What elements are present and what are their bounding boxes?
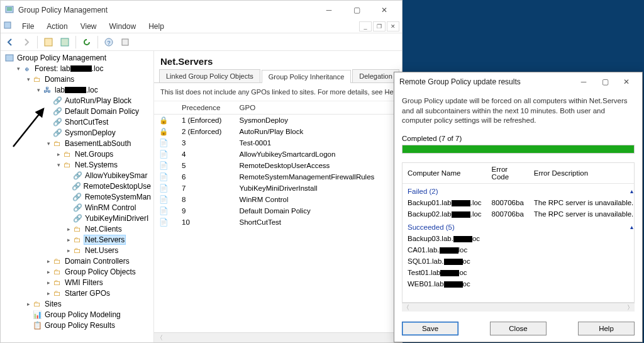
tree-ou[interactable]: ▸🗀Net.Clients (64, 223, 153, 234)
dialog-titlebar[interactable]: Remote Group Policy update results ─ ▢ ✕ (394, 72, 642, 91)
tree-ou[interactable]: ▾🗀Net.Systems (53, 159, 153, 170)
table-row[interactable]: 📄9Default Domain Policy (154, 205, 402, 216)
tree-gpo-link[interactable]: 🔗ShortCutTest (43, 116, 153, 127)
tree-root[interactable]: Group Policy Management (3, 52, 153, 63)
close-button[interactable]: ✕ (370, 1, 398, 19)
results-grid[interactable]: Computer Name Error Code Error Descripti… (402, 162, 635, 303)
table-row[interactable]: 🔒2 (Enforced)AutoRun/Play Block (154, 126, 402, 137)
show-tree-button[interactable] (42, 35, 55, 49)
dialog-maximize-button[interactable]: ▢ (594, 73, 616, 91)
menu-help[interactable]: Help (142, 21, 170, 32)
tab-linked-gpos[interactable]: Linked Group Policy Objects (159, 69, 260, 82)
tree-gpo-link[interactable]: 🔗SysmonDeploy (43, 127, 153, 138)
tree-ou[interactable]: ▸🗀Net.Users (64, 245, 153, 256)
tree-ou-selected[interactable]: ▸🗀Net.Servers (64, 234, 153, 245)
minimize-button[interactable]: ─ (315, 1, 343, 19)
tree-gpo-link[interactable]: 🔗AllowYubikeySmar (64, 170, 153, 181)
close-button[interactable]: Close (490, 322, 547, 335)
help-button[interactable]: ? (102, 35, 116, 49)
result-row[interactable]: SQL01.lab.oc (402, 256, 635, 267)
tree-sites[interactable]: ▸🗀Sites (23, 298, 153, 309)
col-gpo[interactable]: GPO (235, 101, 402, 115)
tree-gpo-link[interactable]: 🔗YubiKeyMiniDriverI (64, 213, 153, 223)
expander-icon[interactable]: ▸ (65, 226, 72, 232)
result-row[interactable]: Backup01.lab.loc800706baThe RPC server i… (402, 197, 635, 208)
horizontal-scrollbar[interactable]: 〈 (154, 332, 402, 342)
results-scrollbar[interactable]: 〈〉 (402, 303, 635, 312)
tree-domain[interactable]: ▾ 🖧 lab.loc (33, 84, 153, 95)
table-row[interactable]: 📄4AllowYubikeySmartcardLogon (154, 149, 402, 160)
menu-file[interactable]: File (16, 21, 40, 32)
menu-window[interactable]: Window (103, 21, 143, 32)
col-precedence[interactable]: Precedence (177, 101, 235, 115)
tab-delegation[interactable]: Delegation (352, 69, 399, 82)
table-row[interactable]: 📄6RemoteSystemManagementFirewallRules (154, 171, 402, 183)
forward-button[interactable] (19, 35, 33, 49)
tree-container[interactable]: ▸🗀Starter GPOs (43, 288, 153, 298)
expander-icon[interactable]: ▸ (65, 247, 72, 254)
result-row[interactable]: Test01.laboc (402, 267, 635, 278)
tree-gpo-link[interactable]: 🔗WinRM Control (64, 202, 153, 213)
collapse-icon[interactable]: ▴ (630, 223, 633, 230)
table-row[interactable]: 📄5RemoteDesktopUserAccess (154, 160, 402, 171)
help-button[interactable]: Help (578, 322, 635, 335)
result-row[interactable]: WEB01.laboc (402, 278, 635, 290)
table-row[interactable]: 🔒1 (Enforced)SysmonDeploy (154, 115, 402, 127)
tree-modeling[interactable]: 📊Group Policy Modeling (23, 309, 153, 320)
maximize-button[interactable]: ▢ (343, 1, 370, 19)
expander-icon[interactable]: ▾ (25, 76, 32, 82)
save-button[interactable]: Save (402, 322, 458, 335)
result-row[interactable]: Backup03.lab.oc (402, 233, 635, 244)
table-row[interactable]: 📄8WinRM Control (154, 194, 402, 205)
expander-icon[interactable]: ▸ (45, 269, 52, 275)
inheritance-table[interactable]: Precedence GPO 🔒1 (Enforced)SysmonDeploy… (154, 101, 402, 332)
tab-inheritance[interactable]: Group Policy Inheritance (262, 70, 351, 83)
dialog-close-button[interactable]: ✕ (616, 73, 637, 91)
table-row[interactable]: 📄10ShortCutTest (154, 216, 402, 228)
menu-action[interactable]: Action (40, 21, 74, 32)
menu-view[interactable]: View (74, 21, 103, 32)
tree-ou[interactable]: ▾🗀BasementLabSouth (43, 138, 153, 149)
result-row[interactable]: CA01.lab.loc (402, 244, 635, 256)
mdi-restore[interactable]: ❐ (373, 21, 386, 31)
expander-icon[interactable]: ▾ (45, 140, 52, 147)
table-row[interactable]: 📄3Test-0001 (154, 137, 402, 149)
refresh-button[interactable] (80, 35, 94, 49)
result-row[interactable]: Backup02.lab.loc800706baThe RPC server i… (402, 208, 635, 220)
tree-gpo-link[interactable]: 🔗RemoteDesktopUse (64, 181, 153, 191)
properties-button[interactable] (118, 35, 132, 49)
expander-icon[interactable]: ▾ (35, 87, 42, 93)
col-computer[interactable]: Computer Name (402, 163, 487, 184)
tree-pane[interactable]: Group Policy Management ▾ 🜨 Forest: lab.… (1, 51, 154, 342)
table-row[interactable]: 📄7YubiKeyMiniDriverInstall (154, 183, 402, 194)
expander-icon[interactable]: ▸ (25, 301, 32, 307)
back-button[interactable] (3, 35, 17, 49)
expander-icon[interactable]: ▾ (14, 65, 22, 72)
collapse-icon[interactable]: ▴ (630, 188, 633, 194)
group-row[interactable]: Succeeded (5)▴ (402, 220, 635, 233)
expander-icon[interactable]: ▸ (65, 237, 72, 243)
details-view-button[interactable] (58, 35, 72, 49)
titlebar[interactable]: Group Policy Management ─ ▢ ✕ (1, 1, 402, 20)
expander-icon[interactable]: ▾ (55, 162, 62, 168)
tree-gpo-link[interactable]: 🔗AutoRun/Play Block (43, 95, 153, 106)
tree-container[interactable]: ▸🗀Group Policy Objects (43, 266, 153, 277)
tree-gpo-link[interactable]: 🔗RemoteSystemMan (64, 191, 153, 202)
tree-domains[interactable]: ▾ 🗀 Domains (23, 74, 153, 84)
tree-ou[interactable]: ▸🗀Domain Controllers (43, 256, 153, 266)
col-errorcode[interactable]: Error Code (487, 163, 529, 184)
col-errordesc[interactable]: Error Description (529, 163, 635, 184)
expander-icon[interactable]: ▸ (45, 279, 52, 286)
tree-forest[interactable]: ▾ 🜨 Forest: lab.loc (13, 63, 153, 74)
expander-icon[interactable]: ▸ (55, 151, 62, 157)
tree-gpo-link[interactable]: 🔗Default Domain Policy (43, 106, 153, 116)
tree-container[interactable]: ▸🗀WMI Filters (43, 277, 153, 288)
mdi-close[interactable]: ✕ (387, 21, 399, 31)
expander-icon[interactable]: ▸ (45, 258, 52, 264)
mdi-minimize[interactable]: _ (359, 21, 372, 31)
expander-icon[interactable]: ▸ (45, 290, 52, 296)
group-row[interactable]: Failed (2)▴ (402, 183, 635, 197)
tree-ou[interactable]: ▸🗀Net.Groups (53, 149, 153, 159)
tree-results[interactable]: 📋Group Policy Results (23, 320, 153, 330)
dialog-minimize-button[interactable]: ─ (573, 73, 594, 91)
